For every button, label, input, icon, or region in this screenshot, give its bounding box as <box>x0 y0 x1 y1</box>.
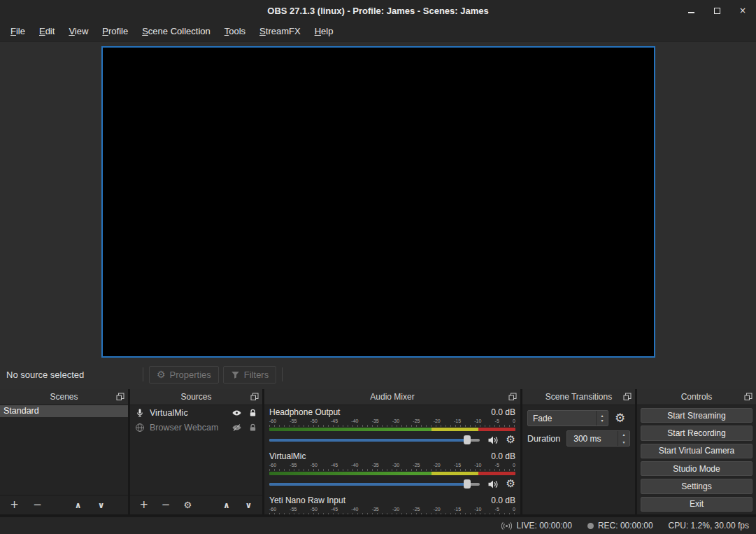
duration-spinbox[interactable]: 300 ms ▴ ▾ <box>566 430 630 447</box>
scene-transitions-dock: Scene Transitions Fade ▴ ▾ ⚙ Duration <box>522 389 635 514</box>
source-name: VirtualMic <box>150 408 227 418</box>
cpu-fps-stats: CPU: 1.2%, 30.00 fps <box>669 521 749 531</box>
move-scene-up-button[interactable]: ∧ <box>72 499 84 511</box>
spin-down-icon: ▾ <box>601 419 603 423</box>
maximize-icon <box>714 8 720 14</box>
duration-increment-button[interactable]: ▴ <box>618 431 629 439</box>
visibility-eye-icon[interactable] <box>231 408 242 418</box>
volume-slider[interactable] <box>269 433 480 447</box>
record-dot-icon <box>587 523 594 529</box>
sources-toolbar: + − ⚙ ∧ ∨ <box>130 495 262 514</box>
scenes-toolbar: + − ∧ ∨ <box>0 495 128 514</box>
gear-icon[interactable]: ⚙ <box>506 435 515 445</box>
move-source-up-button[interactable]: ∧ <box>221 499 231 511</box>
channel-level: 0.0 dB <box>491 407 515 418</box>
popout-dock-icon[interactable] <box>508 393 517 401</box>
close-button[interactable]: × <box>738 6 748 15</box>
remove-scene-button[interactable]: − <box>31 499 43 511</box>
meter-scale: -60-55-50-45-40-35-30-25-20-15-10-50 <box>269 507 515 512</box>
start-virtual-camera-button[interactable]: Start Virtual Camera <box>641 444 753 458</box>
transition-selected-value: Fade <box>528 414 596 423</box>
popout-dock-icon[interactable] <box>623 393 632 401</box>
lock-icon[interactable] <box>248 408 257 418</box>
scenes-dock: Scenes Standard + − ∧ ∨ <box>0 389 128 514</box>
mixer-channel-virtualmic: VirtualMic 0.0 dB -60-55-50-45-40-35-30-… <box>269 451 515 491</box>
start-recording-button[interactable]: Start Recording <box>641 426 753 440</box>
mixer-channel-yeti-nano: Yeti Nano Raw Input 0.0 dB -60-55-50-45-… <box>269 496 515 514</box>
window-controls: × <box>686 0 748 21</box>
move-source-down-button[interactable]: ∨ <box>243 499 254 511</box>
transitions-dock-header: Scene Transitions <box>522 389 635 405</box>
add-scene-button[interactable]: + <box>8 499 20 511</box>
volume-slider-handle[interactable] <box>464 435 471 444</box>
minimize-button[interactable] <box>686 6 696 15</box>
mixer-channel-headphone-output: Headphone Output 0.0 dB -60-55-50-45-40-… <box>269 407 515 447</box>
mixer-dock-title: Audio Mixer <box>370 392 414 402</box>
preview-canvas[interactable] <box>101 46 655 358</box>
filters-button[interactable]: Filters <box>223 366 276 384</box>
menu-file[interactable]: File <box>3 21 32 41</box>
menu-edit[interactable]: Edit <box>32 21 62 41</box>
meter-tickmarks <box>269 425 515 427</box>
rec-status: REC: 00:00:00 <box>587 521 653 531</box>
window-title: OBS 27.1.3 (linux) - Profile: James - Sc… <box>267 6 488 16</box>
source-name: Browser Webcam <box>150 423 227 433</box>
source-properties-gear-button[interactable]: ⚙ <box>183 499 193 511</box>
settings-button[interactable]: Settings <box>641 479 753 493</box>
meter-scale: -60-55-50-45-40-35-30-25-20-15-10-50 <box>269 419 515 424</box>
dock-row: Scenes Standard + − ∧ ∨ Sources <box>0 389 756 517</box>
controls-dock: Controls Start Streaming Start Recording… <box>637 389 756 514</box>
channel-level: 0.0 dB <box>491 496 515 506</box>
channel-level: 0.0 dB <box>491 451 515 462</box>
studio-mode-button[interactable]: Studio Mode <box>641 461 753 476</box>
channel-name: Headphone Output <box>269 407 340 418</box>
menu-help[interactable]: Help <box>308 21 341 41</box>
start-streaming-button[interactable]: Start Streaming <box>641 408 753 423</box>
speaker-icon[interactable] <box>487 479 499 490</box>
duration-decrement-button[interactable]: ▾ <box>618 439 629 447</box>
add-source-button[interactable]: + <box>138 499 149 511</box>
scenes-dock-title: Scenes <box>50 392 78 402</box>
mixer-dock-header: Audio Mixer <box>264 389 520 405</box>
meter-tickmarks <box>269 469 515 471</box>
scene-item-standard[interactable]: Standard <box>0 405 128 417</box>
popout-dock-icon[interactable] <box>116 393 124 401</box>
source-toolbar: No source selected ⚙ Properties Filters <box>0 362 756 387</box>
rec-time: REC: 00:00:00 <box>598 521 653 531</box>
popout-dock-icon[interactable] <box>250 393 259 401</box>
volume-meter <box>269 428 515 431</box>
transition-select[interactable]: Fade ▴ ▾ <box>527 410 608 426</box>
menu-view[interactable]: View <box>62 21 95 41</box>
speaker-icon[interactable] <box>487 435 499 446</box>
visibility-eye-off-icon[interactable] <box>231 423 242 433</box>
exit-button[interactable]: Exit <box>641 497 753 512</box>
menu-tools[interactable]: Tools <box>217 21 252 41</box>
remove-source-button[interactable]: − <box>160 499 171 511</box>
popout-dock-icon[interactable] <box>744 393 753 401</box>
maximize-button[interactable] <box>712 6 722 15</box>
volume-slider-handle[interactable] <box>464 479 471 489</box>
preview-region <box>0 43 756 360</box>
sources-dock-title: Sources <box>180 392 211 402</box>
gear-icon[interactable]: ⚙ <box>506 479 515 489</box>
lock-icon[interactable] <box>248 423 257 433</box>
sources-list: VirtualMic Browser Webcam <box>130 405 262 495</box>
move-scene-down-button[interactable]: ∨ <box>95 499 107 511</box>
toolbar-separator <box>143 367 143 381</box>
transition-properties-gear-icon[interactable]: ⚙ <box>615 412 625 424</box>
source-row-browser-webcam[interactable]: Browser Webcam <box>130 420 262 435</box>
volume-slider[interactable] <box>269 477 480 491</box>
duration-label: Duration <box>527 434 560 444</box>
combo-arrows[interactable]: ▴ ▾ <box>596 411 608 426</box>
window-titlebar: OBS 27.1.3 (linux) - Profile: James - Sc… <box>0 0 756 21</box>
duration-value[interactable]: 300 ms <box>567 431 618 446</box>
properties-button[interactable]: ⚙ Properties <box>149 366 219 384</box>
controls-dock-title: Controls <box>681 392 713 402</box>
menu-profile[interactable]: Profile <box>95 21 135 41</box>
sources-dock-header: Sources <box>130 389 262 405</box>
source-row-virtualmic[interactable]: VirtualMic <box>130 405 262 420</box>
menu-streamfx[interactable]: StreamFX <box>252 21 308 41</box>
controls-dock-header: Controls <box>637 389 756 405</box>
menu-scene-collection[interactable]: Scene Collection <box>135 21 217 41</box>
status-bar: LIVE: 00:00:00 REC: 00:00:00 CPU: 1.2%, … <box>0 517 756 534</box>
